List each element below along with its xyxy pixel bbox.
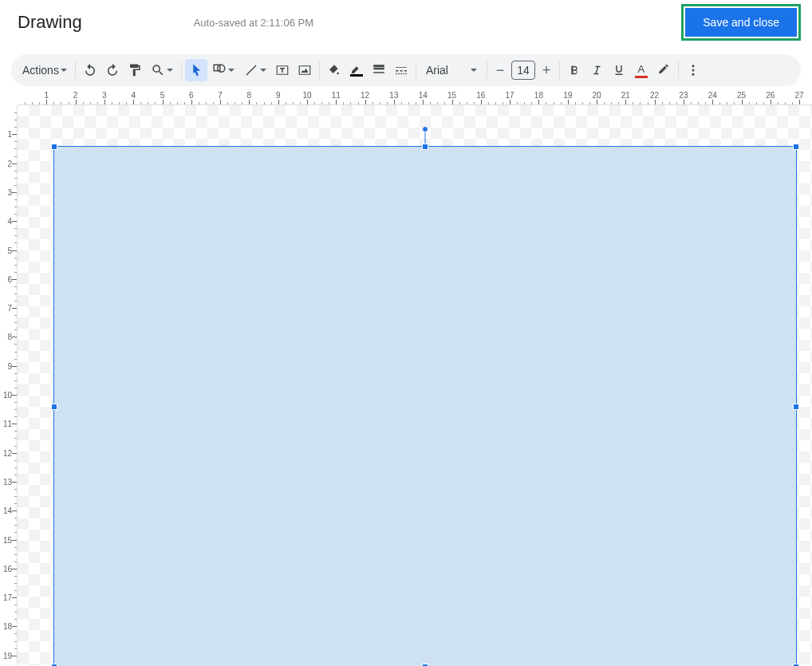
text-color-a-icon: A [638,63,645,75]
text-color-button[interactable]: A [630,59,652,81]
italic-icon [589,63,604,77]
drawing-canvas[interactable] [18,105,812,665]
caret-down-icon [61,69,67,72]
image-button[interactable] [294,59,316,81]
paint-roller-icon [128,63,142,77]
border-color-swatch [350,74,363,77]
border-weight-button[interactable] [368,59,390,81]
text-color-swatch [635,76,648,78]
vertical-ruler: 12345678910111213141516171819 [0,105,18,665]
cursor-icon [189,63,203,77]
font-family-select[interactable]: Arial [420,64,483,77]
more-options-button[interactable] [682,59,704,81]
redo-button[interactable] [101,59,124,81]
toolbar: Actions [11,54,801,86]
svg-point-2 [692,73,694,76]
resize-handle-tl[interactable] [51,144,57,150]
caret-down-icon [228,69,235,72]
separator [319,61,320,79]
separator [487,61,487,79]
border-color-button[interactable] [345,59,368,81]
line-dash-icon [394,63,408,77]
bold-icon [567,63,581,77]
zoom-icon [151,63,165,77]
caret-down-icon [260,69,266,72]
border-dash-button[interactable] [390,59,412,81]
line-tool-button[interactable] [239,59,271,81]
shape-tool-button[interactable] [207,59,239,81]
resize-handle-ml[interactable] [51,404,57,410]
svg-point-1 [692,69,694,72]
zoom-button[interactable] [146,59,178,81]
pencil-icon [350,64,363,73]
selected-rectangle-shape[interactable] [53,146,797,666]
italic-button[interactable] [585,59,608,81]
line-weight-icon [372,63,386,77]
rotation-handle[interactable] [422,126,428,132]
paint-bucket-icon [328,64,341,77]
paint-format-button[interactable] [124,59,146,81]
separator [181,61,182,79]
autosave-status: Auto-saved at 2:11:06 PM [194,17,313,29]
redo-icon [105,63,120,77]
shapes-icon [212,63,227,77]
undo-icon [83,63,97,77]
caret-down-icon [471,69,477,72]
bold-button[interactable] [563,59,585,81]
textbox-button[interactable] [271,59,294,81]
actions-label: Actions [22,64,59,77]
caret-down-icon [167,69,173,72]
save-button-highlight: Save and close [681,4,801,41]
undo-button[interactable] [79,59,101,81]
select-tool-button[interactable] [185,59,207,81]
line-icon [244,63,258,77]
image-icon [298,63,312,77]
font-name-label: Arial [426,64,448,77]
highlighter-icon [656,63,671,77]
separator [678,61,679,79]
horizontal-ruler: 1234567891011121314151617181920212223242… [18,91,812,105]
underline-icon [612,63,626,77]
canvas-area: 1234567891011121314151617181920212223242… [0,91,812,665]
separator [559,61,560,79]
decrease-font-size-button[interactable]: − [491,59,510,81]
resize-handle-tm[interactable] [422,144,428,150]
separator [416,61,416,79]
save-and-close-button[interactable]: Save and close [685,8,797,37]
textbox-icon [275,63,290,77]
dialog-title: Drawing [18,12,82,33]
actions-menu[interactable]: Actions [18,59,72,81]
font-size-input[interactable] [511,61,535,80]
svg-point-0 [692,65,694,67]
more-vertical-icon [686,63,700,77]
resize-handle-tr[interactable] [793,144,799,150]
highlight-color-button[interactable] [652,59,675,81]
underline-button[interactable] [608,59,630,81]
fill-color-button[interactable] [323,59,345,81]
separator [75,61,76,79]
resize-handle-mr[interactable] [793,404,799,410]
increase-font-size-button[interactable]: + [537,59,556,81]
